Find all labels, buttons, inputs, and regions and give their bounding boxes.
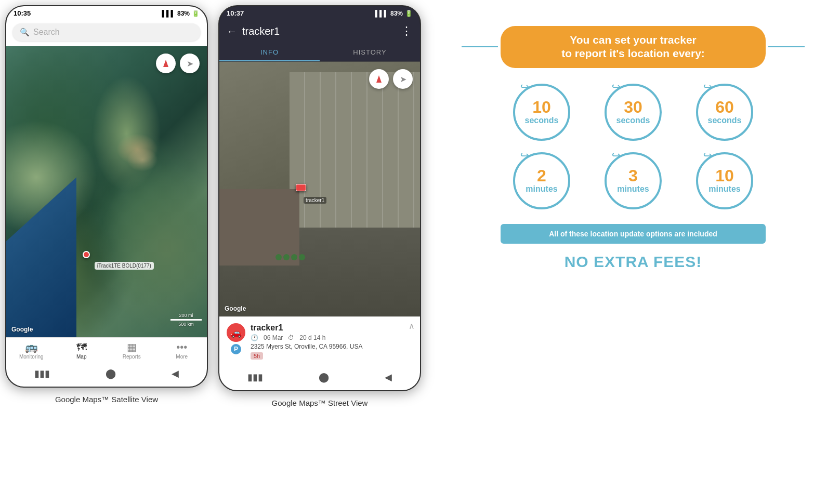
- nav-button[interactable]: ➤: [180, 54, 200, 73]
- circle-frame-5: ↩ 3 minutes: [605, 152, 662, 209]
- right-status-bar: 10:37 ▌▌▌ 83% 🔋: [219, 6, 420, 19]
- circle-frame-3: ↩ 60 seconds: [696, 84, 753, 141]
- no-fee-banner-text: All of these location update options are…: [549, 230, 717, 238]
- tracker-icon-wrap: 🚗 P: [227, 323, 245, 354]
- tab-reports[interactable]: ▦ Reports: [116, 342, 147, 360]
- right-home-btn[interactable]: ⬤: [319, 372, 329, 383]
- circle-arrow-6: ↩: [703, 149, 713, 163]
- tree-3: [291, 254, 297, 260]
- circle-unit-6: minutes: [708, 184, 740, 194]
- search-input-box[interactable]: 🔍 Search: [12, 23, 201, 41]
- circle-frame-6: ↩ 10 minutes: [696, 152, 753, 209]
- clock-icon: 🕐: [251, 334, 258, 341]
- home-btn[interactable]: ⬤: [106, 368, 116, 379]
- navigate-icon: ➤: [187, 59, 193, 69]
- tracker-meta: 🕐 06 Mar ⏱ 20 d 14 h: [251, 334, 413, 341]
- left-time: 10:35: [14, 9, 31, 17]
- back-btn[interactable]: ◀: [172, 368, 179, 379]
- circles-grid: ↩ 10 seconds ↩ 30 seconds ↩ 60 seconds: [501, 84, 766, 209]
- tracker-date: 06 Mar: [264, 334, 283, 341]
- no-fee-banner: All of these location update options are…: [501, 224, 766, 244]
- panel-collapse-btn[interactable]: ∧: [409, 321, 415, 331]
- tracker-details: tracker1 🕐 06 Mar ⏱ 20 d 14 h 2325 Myers…: [251, 323, 413, 360]
- tracker-car-icon: 🚗: [227, 323, 245, 342]
- more-icon: •••: [176, 342, 187, 352]
- terrain-highlight2: [127, 148, 158, 171]
- tree-1: [275, 254, 282, 260]
- circle-frame-4: ↩ 2 minutes: [513, 152, 570, 209]
- aerial-compass-arrow: [376, 75, 382, 83]
- battery-text: 83%: [177, 10, 190, 17]
- right-phone-container: 10:37 ▌▌▌ 83% 🔋 ← tracker1 ⋮ INFO HISTOR…: [213, 0, 426, 407]
- map-icon: 🗺: [76, 342, 87, 352]
- tracker-info-panel: 🚗 P tracker1 🕐 06 Mar ⏱ 20 d 14 h 2325 M…: [219, 316, 420, 366]
- tracker-address: 2325 Myers St, Oroville, CA 95966, USA: [251, 343, 413, 350]
- tab-history[interactable]: HISTORY: [320, 43, 420, 61]
- infographic-panel: You can set your tracker to report it's …: [426, 0, 840, 299]
- circle-number-3: 60: [715, 99, 734, 115]
- bottom-nav-tabs: 🚌 Monitoring 🗺 Map ▦ Reports ••• More: [6, 337, 207, 363]
- search-input[interactable]: Search: [33, 28, 60, 37]
- tracker-header: ← tracker1 ⋮: [219, 19, 420, 43]
- left-phone-container: 10:35 ▌▌▌ 83% 🔋 🔍 Search: [0, 0, 213, 404]
- reports-icon: ▦: [127, 342, 137, 352]
- circle-unit-5: minutes: [617, 184, 649, 194]
- more-label: More: [176, 354, 188, 360]
- circle-arrow-4: ↩: [520, 149, 530, 163]
- circle-arrow-1: ↩: [520, 81, 530, 94]
- reports-label: Reports: [123, 354, 141, 360]
- tab-more[interactable]: ••• More: [166, 342, 198, 360]
- circle-number-5: 3: [628, 167, 638, 184]
- circle-arrow-3: ↩: [703, 81, 713, 94]
- circle-10sec: ↩ 10 seconds: [501, 84, 583, 141]
- satellite-map[interactable]: ➤ iTrack1TE BOLD(0177) Google 200 mi 500…: [6, 46, 207, 337]
- parking-lines: [290, 72, 420, 250]
- tab-map[interactable]: 🗺 Map: [66, 342, 97, 360]
- circle-unit-3: seconds: [708, 115, 742, 125]
- no-extra-fees-text: NO EXTRA FEES!: [501, 253, 766, 271]
- car-marker: [296, 184, 306, 191]
- right-back-btn[interactable]: ◀: [385, 372, 392, 383]
- google-watermark-left: Google: [11, 326, 33, 333]
- tracker-map-label: tracker1: [304, 197, 326, 204]
- search-icon: 🔍: [20, 28, 29, 37]
- circle-number-1: 10: [532, 99, 551, 115]
- tracker-title: tracker1: [242, 25, 396, 37]
- system-nav: ▮▮▮ ⬤ ◀: [6, 363, 207, 387]
- right-battery-text: 83%: [390, 10, 403, 17]
- recent-apps-btn[interactable]: ▮▮▮: [34, 368, 50, 379]
- circle-number-2: 30: [624, 99, 642, 115]
- marker-dot: [83, 251, 90, 258]
- right-phone-frame: 10:37 ▌▌▌ 83% 🔋 ← tracker1 ⋮ INFO HISTOR…: [218, 5, 421, 391]
- aerial-map[interactable]: ➤ tracker1 Google: [219, 62, 420, 316]
- aerial-nav-button[interactable]: ➤: [393, 69, 413, 89]
- map-compass[interactable]: [156, 54, 176, 73]
- tab-info[interactable]: INFO: [219, 43, 320, 61]
- timer-icon: ⏱: [288, 334, 294, 341]
- scale-bar: [170, 319, 202, 321]
- circle-arrow-2: ↩: [612, 81, 621, 94]
- aerial-navigate-icon: ➤: [400, 74, 406, 84]
- tracker-duration: 20 d 14 h: [299, 334, 325, 341]
- battery-icon: 🔋: [192, 10, 200, 17]
- right-recent-apps-btn[interactable]: ▮▮▮: [247, 372, 263, 383]
- right-phone-caption: Google Maps™ Street View: [272, 399, 368, 407]
- circle-2min: ↩ 2 minutes: [501, 152, 583, 209]
- search-bar: 🔍 Search: [6, 19, 207, 46]
- tree-4: [299, 254, 305, 260]
- aerial-compass[interactable]: [369, 69, 389, 89]
- tab-monitoring[interactable]: 🚌 Monitoring: [16, 342, 47, 360]
- left-phone-frame: 10:35 ▌▌▌ 83% 🔋 🔍 Search: [5, 5, 208, 388]
- circle-unit-4: minutes: [526, 184, 557, 194]
- circle-frame-1: ↩ 10 seconds: [513, 84, 570, 141]
- left-status-right: ▌▌▌ 83% 🔋: [162, 10, 200, 17]
- right-battery-icon: 🔋: [405, 10, 413, 17]
- vegetation-cluster: [275, 254, 305, 260]
- menu-button[interactable]: ⋮: [401, 24, 413, 38]
- circle-unit-1: seconds: [525, 115, 559, 125]
- back-button[interactable]: ←: [227, 25, 237, 37]
- map-label: Map: [76, 354, 86, 360]
- circle-frame-2: ↩ 30 seconds: [605, 84, 662, 141]
- circle-10min: ↩ 10 minutes: [684, 152, 766, 209]
- circle-unit-2: seconds: [616, 115, 650, 125]
